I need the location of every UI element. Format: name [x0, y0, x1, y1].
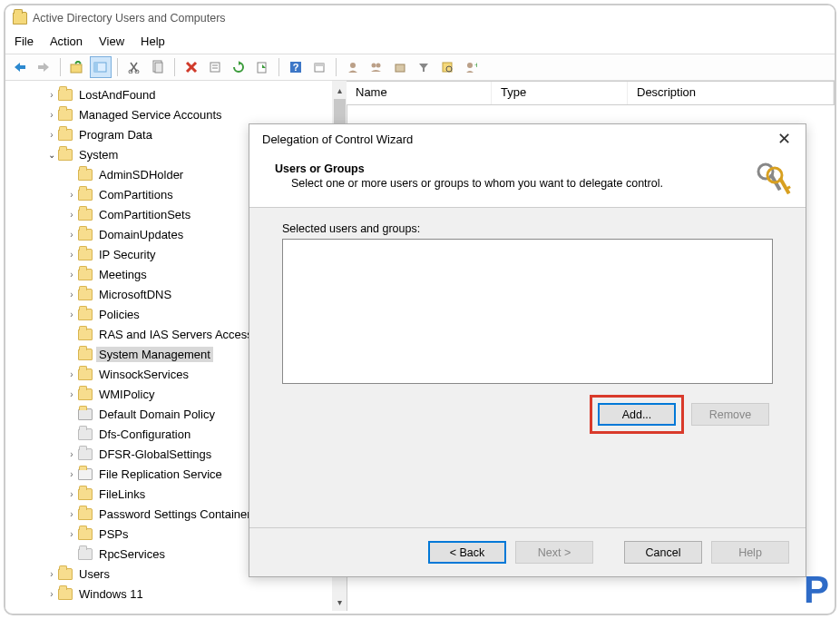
tree-item-label: Meetings [96, 267, 150, 282]
properties-panel-icon[interactable] [90, 56, 112, 78]
tree-item[interactable]: ›LostAndFound [5, 84, 347, 104]
tree-expand-icon[interactable]: › [65, 308, 78, 320]
tree-expand-icon [65, 168, 78, 181]
tree-expand-icon[interactable]: › [65, 447, 78, 460]
tree-expand-icon[interactable]: › [65, 228, 78, 241]
help-icon[interactable]: ? [285, 56, 307, 78]
tree-expand-icon[interactable]: › [65, 208, 78, 221]
folder-icon [78, 309, 93, 320]
tree-item[interactable]: ›Windows 11 [5, 584, 347, 604]
selected-users-listbox[interactable] [282, 239, 773, 384]
tree-expand-icon[interactable]: › [65, 268, 78, 280]
svg-point-25 [376, 64, 381, 68]
tree-expand-icon[interactable]: › [45, 567, 58, 580]
dialog-titlebar[interactable]: Delegation of Control Wizard ✕ [249, 124, 806, 153]
svg-text:+: + [474, 61, 477, 70]
menu-file[interactable]: File [15, 34, 34, 48]
keys-icon [751, 159, 795, 202]
tree-item-label: Users [76, 566, 112, 582]
tree-item-label: Policies [96, 307, 142, 322]
svg-rect-10 [155, 63, 162, 73]
tree-expand-icon[interactable]: › [65, 527, 78, 540]
tree-expand-icon[interactable]: › [45, 88, 58, 101]
delete-icon[interactable] [181, 56, 202, 78]
group-icon[interactable] [366, 56, 387, 78]
remove-button: Remove [691, 403, 769, 426]
tree-item-label: System [76, 147, 121, 162]
svg-marker-0 [15, 63, 25, 72]
scroll-down-icon[interactable]: ▾ [332, 593, 347, 611]
app-icon [13, 12, 27, 25]
tree-expand-icon[interactable]: › [45, 587, 58, 600]
tree-expand-icon[interactable]: ⌄ [45, 148, 58, 161]
tree-expand-icon [65, 547, 78, 560]
col-type[interactable]: Type [492, 82, 628, 104]
next-button: Next > [515, 541, 593, 564]
tree-expand-icon[interactable]: › [65, 467, 78, 480]
tree-item-label: WinsockServices [96, 367, 191, 382]
tree-expand-icon[interactable]: › [65, 248, 78, 260]
scroll-up-icon[interactable]: ▴ [332, 81, 347, 99]
tree-item-label: RpcServices [96, 546, 168, 562]
user-icon[interactable] [342, 56, 364, 78]
tree-expand-icon[interactable]: › [45, 128, 58, 141]
tree-item[interactable]: ›Managed Service Accounts [5, 104, 347, 124]
tree-expand-icon[interactable]: › [65, 507, 78, 520]
tree-item-label: Windows 11 [76, 586, 146, 602]
tree-expand-icon[interactable]: › [65, 288, 78, 300]
dialog-footer: < Back Next > Cancel Help [249, 527, 806, 576]
col-name[interactable]: Name [347, 82, 492, 104]
copy-icon[interactable] [147, 56, 169, 78]
menubar: File Action View Help [5, 31, 835, 54]
menu-view[interactable]: View [99, 34, 124, 48]
find-icon[interactable] [436, 56, 458, 78]
folder-icon [78, 448, 93, 460]
back-button[interactable]: < Back [428, 541, 506, 564]
forward-icon[interactable] [33, 56, 54, 78]
cancel-button[interactable]: Cancel [624, 541, 702, 564]
ou-icon[interactable] [389, 56, 411, 78]
add-button[interactable]: Add... [598, 403, 676, 426]
export-icon[interactable] [251, 56, 273, 78]
menu-help[interactable]: Help [141, 34, 165, 48]
svg-rect-26 [396, 64, 405, 72]
tree-expand-icon [65, 328, 78, 340]
add-user-icon[interactable]: + [460, 56, 482, 78]
menu-action[interactable]: Action [50, 34, 83, 48]
refresh-icon[interactable] [228, 56, 249, 78]
cut-icon[interactable] [123, 56, 145, 78]
svg-text:?: ? [293, 62, 299, 73]
svg-rect-2 [71, 64, 82, 73]
tree-item-label: ComPartitions [96, 187, 176, 202]
properties-icon[interactable] [204, 56, 226, 78]
folder-icon [58, 588, 73, 600]
tree-expand-icon[interactable]: › [65, 487, 78, 500]
up-folder-icon[interactable] [66, 56, 88, 78]
tree-expand-icon[interactable]: › [65, 188, 78, 201]
folder-icon [78, 289, 93, 300]
delegation-wizard-dialog: Delegation of Control Wizard ✕ Users or … [249, 123, 806, 577]
folder-icon [78, 229, 93, 241]
tree-item-label: ComPartitionSets [96, 207, 193, 222]
window-title: Active Directory Users and Computers [33, 12, 226, 25]
tree-item-label: Program Data [76, 127, 155, 142]
dialog-header-title: Users or Groups [275, 162, 789, 175]
tree-expand-icon[interactable]: › [65, 368, 78, 380]
schedule-icon[interactable] [308, 56, 330, 78]
tree-expand-icon[interactable]: › [65, 388, 78, 400]
folder-icon [58, 149, 73, 161]
selected-users-label: Selected users and groups: [282, 222, 773, 235]
back-icon[interactable] [9, 56, 31, 78]
folder-icon [78, 408, 93, 420]
tree-item-label: DFSR-GlobalSettings [96, 447, 214, 462]
folder-icon [78, 349, 93, 360]
tree-expand-icon[interactable]: › [45, 108, 58, 121]
close-icon[interactable]: ✕ [770, 129, 798, 149]
tree-item-label: WMIPolicy [96, 387, 157, 402]
filter-icon[interactable] [413, 56, 435, 78]
col-description[interactable]: Description [628, 82, 834, 104]
folder-icon [78, 189, 93, 201]
folder-icon [78, 428, 93, 440]
folder-icon [78, 368, 93, 380]
list-header[interactable]: Name Type Description [347, 81, 835, 105]
